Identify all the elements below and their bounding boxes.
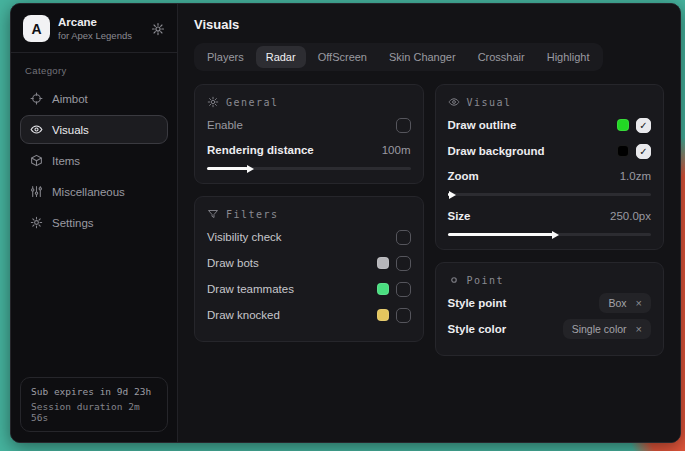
sidebar-item-miscellaneous[interactable]: Miscellaneous [20, 177, 168, 206]
size-value: 250.0px [610, 210, 651, 222]
app-name: Arcane [58, 16, 143, 28]
visual-label: Draw outline [448, 119, 517, 131]
visual-label: Draw background [448, 145, 545, 157]
app-names: Arcane for Apex Legends [58, 16, 143, 41]
enable-row: Enable [207, 112, 411, 138]
box-icon [30, 154, 43, 167]
sidebar-item-label: Aimbot [52, 93, 88, 105]
panel-general: General Enable Rendering distance 100m [194, 84, 424, 184]
filter-label: Draw knocked [207, 309, 280, 321]
size-row: Size 250.0px [448, 206, 652, 226]
filter-row-bots: Draw bots [207, 250, 411, 276]
slider-fill[interactable] [448, 233, 554, 236]
style-color-select[interactable]: Single color × [563, 319, 651, 339]
sub-expires-text: Sub expires in 9d 23h [31, 386, 157, 397]
checkbox[interactable] [396, 282, 411, 297]
zoom-slider[interactable] [448, 193, 652, 196]
panel-title-text: General [226, 97, 279, 108]
funnel-icon [207, 208, 219, 220]
color-swatch[interactable] [377, 309, 389, 321]
checkbox[interactable] [396, 308, 411, 323]
checkbox[interactable]: ✓ [636, 144, 651, 159]
checkbox[interactable] [396, 256, 411, 271]
style-point-label: Style point [448, 297, 507, 309]
zoom-group: Zoom 1.0zm [448, 166, 652, 196]
rendering-distance-slider[interactable] [207, 167, 411, 170]
panel-visual-title: Visual [448, 96, 652, 108]
sidebar-item-label: Settings [52, 217, 94, 229]
content: General Enable Rendering distance 100m [178, 71, 680, 369]
eye-icon [448, 96, 460, 108]
panel-title-text: Filters [226, 209, 279, 220]
visual-row-background: Draw background ✓ [448, 138, 652, 164]
zoom-value: 1.0zm [620, 170, 651, 182]
enable-label: Enable [207, 119, 243, 131]
zoom-row: Zoom 1.0zm [448, 166, 652, 186]
left-column: General Enable Rendering distance 100m [194, 84, 424, 342]
gear-icon [30, 216, 43, 229]
sidebar-item-label: Visuals [52, 124, 89, 136]
app-subtitle: for Apex Legends [58, 30, 143, 41]
color-swatch[interactable] [617, 145, 629, 157]
tab-radar[interactable]: Radar [256, 46, 306, 68]
tab-offscreen[interactable]: OffScreen [308, 46, 377, 68]
sidebar-header: A Arcane for Apex Legends [11, 4, 177, 53]
color-swatch[interactable] [377, 257, 389, 269]
rendering-distance-label: Rendering distance [207, 144, 314, 156]
enable-checkbox[interactable] [396, 118, 411, 133]
chip-value: Box [608, 297, 626, 309]
panel-filters-title: Filters [207, 208, 411, 220]
color-swatch[interactable] [617, 119, 629, 131]
sidebar-item-label: Items [52, 155, 80, 167]
slider-fill[interactable] [448, 193, 450, 196]
page-title: Visuals [194, 17, 664, 32]
close-icon[interactable]: × [636, 323, 642, 335]
style-point-row: Style point Box × [448, 290, 652, 316]
app-logo: A [23, 15, 50, 42]
slider-fill[interactable] [207, 167, 248, 170]
checkbox[interactable]: ✓ [636, 118, 651, 133]
close-icon[interactable]: × [636, 297, 642, 309]
session-info-box: Sub expires in 9d 23h Session duration 2… [20, 377, 168, 432]
style-point-select[interactable]: Box × [599, 293, 651, 313]
main-header: Visuals [178, 4, 680, 43]
filter-row-knocked: Draw knocked [207, 302, 411, 328]
rendering-distance-group: Rendering distance 100m [207, 140, 411, 170]
app-window: A Arcane for Apex Legends Category Aimbo… [10, 3, 681, 443]
panel-point: Point Style point Box × Style color Sing… [435, 262, 665, 356]
dot-icon [448, 274, 460, 286]
color-swatch[interactable] [377, 283, 389, 295]
zoom-label: Zoom [448, 170, 479, 182]
tab-bar: Players Radar OffScreen Skin Changer Cro… [194, 43, 603, 71]
tab-skin-changer[interactable]: Skin Changer [379, 46, 466, 68]
right-column: Visual Draw outline ✓ Draw background [435, 84, 665, 356]
session-duration-text: Session duration 2m 56s [31, 401, 157, 423]
filter-row-visibility: Visibility check [207, 224, 411, 250]
tab-highlight[interactable]: Highlight [537, 46, 600, 68]
size-slider[interactable] [448, 233, 652, 236]
sidebar-item-settings[interactable]: Settings [20, 208, 168, 237]
category-label: Category [11, 53, 177, 80]
sidebar: A Arcane for Apex Legends Category Aimbo… [11, 4, 178, 442]
crosshair-icon [30, 92, 43, 105]
size-group: Size 250.0px [448, 206, 652, 236]
rendering-distance-value: 100m [382, 144, 411, 156]
sidebar-item-items[interactable]: Items [20, 146, 168, 175]
panel-point-title: Point [448, 274, 652, 286]
sidebar-item-visuals[interactable]: Visuals [20, 115, 168, 144]
tab-players[interactable]: Players [197, 46, 254, 68]
eye-icon [30, 123, 43, 136]
gear-icon[interactable] [151, 22, 165, 36]
chip-value: Single color [572, 323, 627, 335]
sidebar-nav: Aimbot Visuals Items Miscellaneous [11, 80, 177, 241]
filter-label: Draw teammates [207, 283, 294, 295]
panel-visual: Visual Draw outline ✓ Draw background [435, 84, 665, 250]
sidebar-item-aimbot[interactable]: Aimbot [20, 84, 168, 113]
size-label: Size [448, 210, 471, 222]
filter-row-teammates: Draw teammates [207, 276, 411, 302]
checkbox[interactable] [396, 230, 411, 245]
tab-crosshair[interactable]: Crosshair [468, 46, 535, 68]
style-color-row: Style color Single color × [448, 316, 652, 342]
panel-filters: Filters Visibility check Draw bots [194, 196, 424, 342]
sliders-icon [30, 185, 43, 198]
